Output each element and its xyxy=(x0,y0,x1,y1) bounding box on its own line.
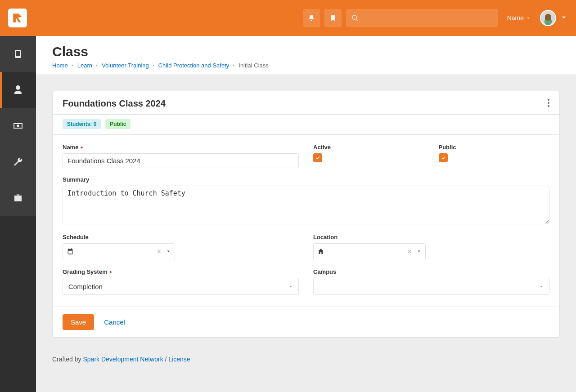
breadcrumb: Home Learn Volunteer Training Child Prot… xyxy=(52,62,560,69)
breadcrumb-home[interactable]: Home xyxy=(52,62,68,69)
chevron-down-icon xyxy=(560,13,568,22)
check-icon xyxy=(441,155,446,160)
name-label: Name● xyxy=(63,144,299,151)
panel-menu-button[interactable] xyxy=(548,99,549,108)
breadcrumb-volunteer[interactable]: Volunteer Training xyxy=(102,62,149,69)
spark-link[interactable]: Spark Development Network xyxy=(83,356,163,363)
breadcrumb-learn[interactable]: Learn xyxy=(77,62,92,69)
clear-icon[interactable]: × xyxy=(407,248,413,256)
search-icon xyxy=(351,14,359,22)
chevron-right-icon xyxy=(71,62,75,69)
user-menu[interactable]: Name xyxy=(507,14,531,22)
active-label: Active xyxy=(313,144,424,151)
active-checkbox[interactable] xyxy=(313,153,322,162)
caret-down-icon xyxy=(166,248,171,255)
wrench-icon xyxy=(13,156,23,167)
money-icon xyxy=(13,120,23,131)
schedule-picker[interactable]: × xyxy=(63,243,175,260)
caret-down-icon xyxy=(526,15,531,21)
caret-down-icon xyxy=(288,283,293,290)
grading-select[interactable]: Completion xyxy=(63,278,299,295)
bookmark-icon xyxy=(329,14,337,22)
briefcase-icon xyxy=(13,192,23,203)
avatar[interactable] xyxy=(540,10,556,26)
panel-title: Foundations Class 2024 xyxy=(63,98,166,109)
location-picker[interactable]: × xyxy=(313,243,426,260)
chevron-right-icon xyxy=(95,62,99,69)
notifications-button[interactable] xyxy=(303,9,320,27)
global-search[interactable] xyxy=(346,9,498,27)
search-input[interactable] xyxy=(362,14,493,22)
svg-point-2 xyxy=(548,105,549,107)
username-label: Name xyxy=(507,14,524,22)
public-badge: Public xyxy=(105,119,130,129)
chevron-right-icon xyxy=(152,62,156,69)
class-panel: Foundations Class 2024 Students: 0 Publi… xyxy=(52,91,560,338)
book-icon xyxy=(13,49,23,59)
campus-label: Campus xyxy=(313,268,549,275)
breadcrumb-current: Initial Class xyxy=(238,62,268,69)
bell-icon xyxy=(308,14,315,22)
grading-label: Grading System● xyxy=(63,268,299,275)
kebab-icon xyxy=(548,99,549,107)
rock-logo-icon xyxy=(12,12,23,24)
home-icon xyxy=(317,248,324,256)
save-button[interactable]: Save xyxy=(63,314,94,330)
name-field[interactable] xyxy=(63,153,299,168)
license-link[interactable]: License xyxy=(168,356,190,363)
cancel-button[interactable]: Cancel xyxy=(104,318,125,326)
grading-value: Completion xyxy=(68,283,103,290)
sidebar-item-people[interactable] xyxy=(0,72,36,108)
students-badge: Students: 0 xyxy=(63,119,101,129)
calendar-icon xyxy=(67,248,74,256)
app-logo[interactable] xyxy=(8,9,27,27)
caret-down-icon xyxy=(539,283,544,290)
check-icon xyxy=(315,155,320,160)
page-footer: Crafted by Spark Development Network / L… xyxy=(52,356,560,363)
breadcrumb-child[interactable]: Child Protection and Safety xyxy=(158,62,230,69)
public-checkbox[interactable] xyxy=(439,153,448,162)
page-title: Class xyxy=(52,44,560,59)
location-label: Location xyxy=(313,234,549,241)
sidebar-item-finance[interactable] xyxy=(0,108,36,144)
summary-field[interactable] xyxy=(63,186,549,224)
chevron-right-icon xyxy=(232,62,236,69)
sidebar xyxy=(0,36,36,392)
profile-caret[interactable] xyxy=(560,13,568,23)
svg-point-0 xyxy=(548,99,549,101)
sidebar-item-tools[interactable] xyxy=(0,144,36,180)
bookmarks-button[interactable] xyxy=(324,9,342,27)
summary-label: Summary xyxy=(63,176,549,183)
page-header: Class Home Learn Volunteer Training Chil… xyxy=(36,36,576,75)
campus-select[interactable] xyxy=(313,278,549,295)
top-bar: Name xyxy=(0,0,576,36)
sidebar-item-admin[interactable] xyxy=(0,180,36,216)
schedule-label: Schedule xyxy=(63,234,299,241)
clear-icon[interactable]: × xyxy=(156,248,162,256)
person-icon xyxy=(13,85,23,95)
caret-down-icon xyxy=(416,248,422,255)
svg-point-1 xyxy=(548,102,549,104)
public-label: Public xyxy=(439,144,550,151)
sidebar-item-book[interactable] xyxy=(0,36,36,72)
